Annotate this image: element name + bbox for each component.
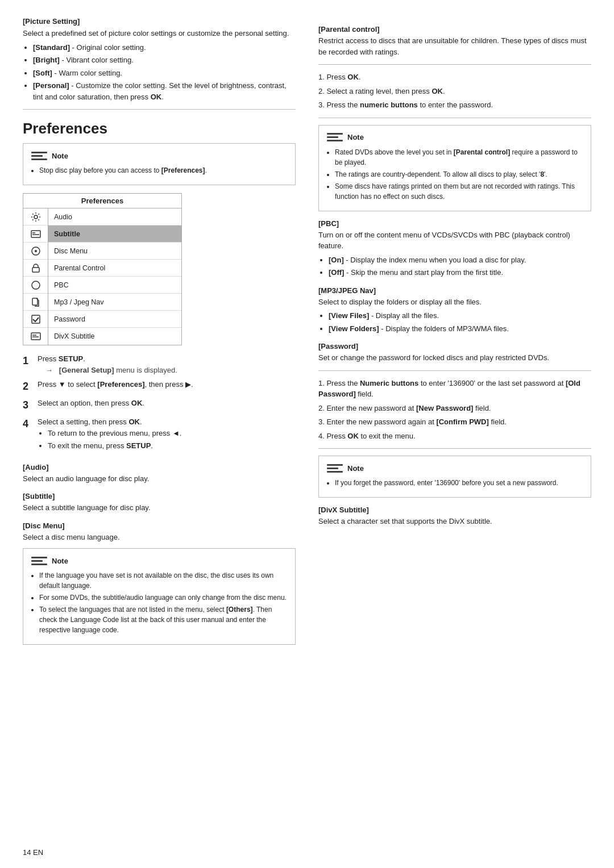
svg-point-0 xyxy=(34,215,38,219)
parental-step-3: 3. Press the numeric buttons to enter th… xyxy=(318,99,591,111)
svg-rect-10 xyxy=(31,333,40,340)
step-3: 3 Select an option, then press OK. xyxy=(23,398,296,413)
picture-setting-list: [Standard] - Original color setting. [Br… xyxy=(33,42,296,103)
pref-icon-pbc xyxy=(23,277,48,294)
audio-desc: Select an audio language for disc play. xyxy=(23,473,296,485)
footer-page-number: 14 EN xyxy=(23,848,43,857)
note-label-1: Note xyxy=(52,152,68,160)
note-1-item: Stop disc play before you can access to … xyxy=(39,165,287,176)
note-1-list: Stop disc play before you can access to … xyxy=(39,165,287,176)
svg-point-7 xyxy=(32,281,40,289)
pref-item-disc-menu[interactable]: Disc Menu xyxy=(48,243,181,260)
pref-item-subtitle[interactable]: Subtitle xyxy=(48,226,181,243)
svg-point-5 xyxy=(35,250,37,252)
note-icon-3 xyxy=(327,131,343,144)
pref-items-column: Audio Subtitle Disc Menu Parental Contro… xyxy=(48,208,181,345)
mp3jpeg-view-files: [View Files] - Display all the files. xyxy=(329,310,591,322)
note-4-item-1: If you forget the password, enter '13690… xyxy=(335,478,583,488)
parental-control-section: [Parental control] Restrict access to di… xyxy=(318,25,591,57)
svg-rect-1 xyxy=(31,231,40,237)
pref-table-header: Preferences xyxy=(23,194,181,208)
divx-subtitle-section: [DivX Subtitle] Select a character set t… xyxy=(318,506,591,527)
pref-icon-mp3jpeg xyxy=(23,294,48,311)
pwd-step-3: 3. Enter the new password again at [Conf… xyxy=(318,416,591,428)
note-header-3: Note xyxy=(327,131,583,144)
divider-parental-1 xyxy=(318,64,591,65)
parental-step-1: 1. Press OK. xyxy=(318,72,591,83)
pwd-step-1: 1. Press the Numeric buttons to enter '1… xyxy=(318,378,591,400)
note-2-item-2: For some DVDs, the subtitle/audio langua… xyxy=(39,592,287,603)
subtitle-title: [Subtitle] xyxy=(23,492,296,500)
note-icon-4 xyxy=(327,462,343,474)
pbc-list: [On] - Display the index menu when you l… xyxy=(329,254,591,278)
note-label-4: Note xyxy=(347,464,364,473)
note-4-list: If you forget the password, enter '13690… xyxy=(335,478,583,488)
divx-subtitle-desc: Select a character set that supports the… xyxy=(318,516,591,527)
mp3jpeg-view-folders: [View Folders] - Display the folders of … xyxy=(329,323,591,335)
divider-password-2 xyxy=(318,448,591,449)
pref-item-password[interactable]: Password xyxy=(48,311,181,328)
note-header-2: Note xyxy=(31,554,287,567)
subtitle-desc: Select a subtitle language for disc play… xyxy=(23,502,296,514)
picture-setting-intro: Select a predefined set of picture color… xyxy=(23,28,296,39)
note-label-3: Note xyxy=(347,133,364,141)
pwd-step-4: 4. Press OK to exit the menu. xyxy=(318,431,591,442)
disc-menu-title: [Disc Menu] xyxy=(23,521,296,530)
pref-table-body: Audio Subtitle Disc Menu Parental Contro… xyxy=(23,208,181,345)
list-item: [Soft] - Warm color setting. xyxy=(33,68,296,79)
note-label-2: Note xyxy=(52,557,68,565)
step-4: 4 Select a setting, then press OK. To re… xyxy=(23,416,296,455)
password-steps: 1. Press the Numeric buttons to enter '1… xyxy=(318,378,591,442)
svg-rect-8 xyxy=(32,298,38,305)
mp3jpeg-list: [View Files] - Display all the files. [V… xyxy=(329,310,591,334)
note-icon-1 xyxy=(31,149,47,162)
pbc-title: [PBC] xyxy=(318,219,591,228)
pbc-desc: Turn on or off the content menu of VCDs/… xyxy=(318,229,591,252)
pref-item-mp3jpeg[interactable]: Mp3 / Jpeg Nav xyxy=(48,294,181,311)
preferences-heading: Preferences xyxy=(23,120,296,137)
pref-item-parental[interactable]: Parental Control xyxy=(48,260,181,277)
pref-icon-parental xyxy=(23,260,48,277)
note-2-item-3: To select the languages that are not lis… xyxy=(39,604,287,635)
disc-menu-section: [Disc Menu] Select a disc menu language. xyxy=(23,521,296,543)
pref-icon-password xyxy=(23,311,48,328)
note-box-1: Note Stop disc play before you can acces… xyxy=(23,143,296,185)
note-3-item-1: Rated DVDs above the level you set in [P… xyxy=(335,147,583,168)
pref-icons-column xyxy=(23,208,48,345)
password-section: [Password] Set or change the password fo… xyxy=(318,342,591,364)
step-1: 1 Press SETUP. → [General Setup] menu is… xyxy=(23,353,296,375)
parental-step-2: 2. Select a rating level, then press OK. xyxy=(318,86,591,97)
pref-icon-audio xyxy=(23,208,48,226)
picture-setting-section: [Picture Setting] Select a predefined se… xyxy=(23,17,296,102)
note-box-2: Note If the language you have set is not… xyxy=(23,548,296,645)
pref-icon-subtitle xyxy=(23,226,48,243)
pbc-section: [PBC] Turn on or off the content menu of… xyxy=(318,219,591,278)
audio-section: [Audio] Select an audio language for dis… xyxy=(23,463,296,485)
note-box-3: Note Rated DVDs above the level you set … xyxy=(318,125,591,211)
mp3jpeg-section: [MP3/JPEG Nav] Select to display the fol… xyxy=(318,286,591,335)
pref-icon-divx xyxy=(23,328,48,345)
pref-item-audio[interactable]: Audio xyxy=(48,208,181,226)
list-item: [Personal] - Customize the color setting… xyxy=(33,80,296,102)
mp3jpeg-title: [MP3/JPEG Nav] xyxy=(318,286,591,295)
list-item: [Bright] - Vibrant color setting. xyxy=(33,55,296,66)
note-3-item-3: Some discs have ratings printed on them … xyxy=(335,181,583,202)
parental-control-title: [Parental control] xyxy=(318,25,591,34)
pbc-off: [Off] - Skip the menu and start play fro… xyxy=(329,267,591,278)
list-item: [Standard] - Original color setting. xyxy=(33,42,296,53)
password-desc: Set or change the password for locked di… xyxy=(318,352,591,364)
note-icon-2 xyxy=(31,554,47,567)
note-2-item-1: If the language you have set is not avai… xyxy=(39,570,287,591)
audio-title: [Audio] xyxy=(23,463,296,471)
divx-subtitle-title: [DivX Subtitle] xyxy=(318,506,591,514)
pref-item-divx[interactable]: DivX Subtitle xyxy=(48,328,181,345)
pwd-step-2: 2. Enter the new password at [New Passwo… xyxy=(318,403,591,414)
left-column: [Picture Setting] Select a predefined se… xyxy=(23,17,296,650)
note-header-4: Note xyxy=(327,462,583,474)
password-title: [Password] xyxy=(318,342,591,350)
note-3-list: Rated DVDs above the level you set in [P… xyxy=(335,147,583,202)
disc-menu-desc: Select a disc menu language. xyxy=(23,532,296,543)
subtitle-section: [Subtitle] Select a subtitle language fo… xyxy=(23,492,296,514)
svg-rect-6 xyxy=(32,268,39,272)
pref-item-pbc[interactable]: PBC xyxy=(48,277,181,294)
